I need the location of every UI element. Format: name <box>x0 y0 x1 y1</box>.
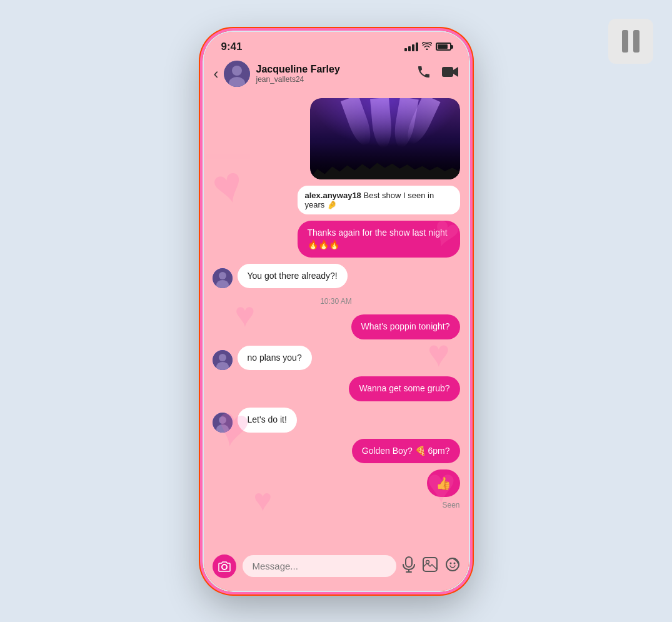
message-text: Thanks again for the show last night 🔥🔥🔥 <box>308 228 448 250</box>
sender-avatar <box>213 350 233 370</box>
svg-point-19 <box>446 558 459 571</box>
contact-name: Jacqueline Farley <box>256 64 416 75</box>
svg-point-5 <box>219 272 226 279</box>
message-thanks: Thanks again for the show last night 🔥🔥🔥 <box>298 221 460 258</box>
wifi-icon <box>422 42 432 52</box>
svg-point-21 <box>453 562 455 564</box>
input-bar <box>204 548 469 591</box>
chat-header: ‹ Jacqueline Farley jean_vallets24 <box>204 57 469 93</box>
message-gothere: You got there already?! <box>238 264 348 289</box>
message-poppin: What's poppin tonight? <box>351 314 460 339</box>
message-row-noplans: no plans you? <box>213 346 460 371</box>
sticker-button[interactable] <box>445 557 460 576</box>
video-call-button[interactable] <box>441 64 459 83</box>
message-goldenboy: Golden Boy? 🍕 6pm? <box>352 439 460 464</box>
message-letsdo: Let's do it! <box>238 408 297 433</box>
status-bar: 9:41 <box>204 32 469 57</box>
pause-button[interactable] <box>608 19 653 64</box>
message-text: Let's do it! <box>248 414 287 424</box>
message-text: 👍 <box>436 476 451 490</box>
concert-image-message <box>310 98 460 179</box>
back-button[interactable]: ‹ <box>214 65 219 83</box>
message-row-gothere: You got there already?! <box>213 264 460 289</box>
message-thumbsup: 👍 <box>427 469 460 497</box>
crowd-silhouette <box>310 142 460 179</box>
message-grub: Wanna get some grub? <box>349 376 459 401</box>
sender-avatar <box>213 268 233 288</box>
message-text: What's poppin tonight? <box>361 321 450 331</box>
svg-point-20 <box>449 562 451 564</box>
status-icons <box>404 42 451 52</box>
signal-bars-icon <box>404 43 418 51</box>
avatar-image <box>224 61 250 87</box>
phone-frame: ♥ ♥ ♥ ♥ ♥ ♥ ♥ 9:41 <box>202 30 471 593</box>
svg-rect-3 <box>442 67 453 77</box>
message-row-letsdo: Let's do it! <box>213 408 460 433</box>
input-actions <box>403 556 460 576</box>
contact-avatar[interactable] <box>224 61 250 87</box>
timestamp-1030: 10:30 AM <box>213 297 460 306</box>
message-text: no plans you? <box>248 353 302 363</box>
contact-username: jean_vallets24 <box>256 75 416 84</box>
caption-sender: alex.anyway18 <box>305 191 361 200</box>
svg-point-13 <box>222 564 227 569</box>
phone-inner: ♥ ♥ ♥ ♥ ♥ ♥ ♥ 9:41 <box>204 32 469 591</box>
sender-avatar <box>213 413 233 433</box>
message-input[interactable] <box>243 555 396 577</box>
svg-point-11 <box>219 416 226 424</box>
battery-icon <box>436 43 451 51</box>
status-time: 9:41 <box>221 41 243 53</box>
svg-point-8 <box>219 354 226 361</box>
microphone-button[interactable] <box>403 556 415 576</box>
pause-icon <box>622 30 639 53</box>
header-actions <box>416 64 459 83</box>
message-text: Golden Boy? 🍕 6pm? <box>362 446 450 456</box>
concert-caption: alex.anyway18 Best show I seen in years … <box>298 186 460 214</box>
call-button[interactable] <box>416 64 431 83</box>
contact-info: Jacqueline Farley jean_vallets24 <box>256 64 416 84</box>
message-text: Wanna get some grub? <box>359 383 449 393</box>
concert-photo <box>310 98 460 179</box>
message-text: You got there already?! <box>248 271 338 281</box>
gallery-button[interactable] <box>423 557 438 576</box>
message-noplans: no plans you? <box>238 346 312 371</box>
svg-point-1 <box>232 66 242 76</box>
chat-area: alex.anyway18 Best show I seen in years … <box>204 93 469 548</box>
camera-button[interactable] <box>213 554 236 578</box>
seen-label: Seen <box>213 501 460 509</box>
svg-rect-14 <box>406 557 412 567</box>
